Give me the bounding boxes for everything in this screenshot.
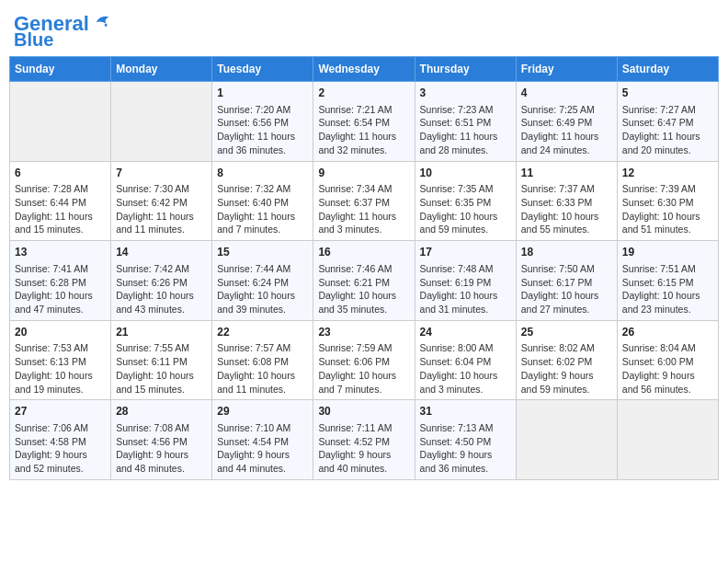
header: General Blue <box>9 9 719 49</box>
day-number: 21 <box>116 325 207 340</box>
day-number: 14 <box>116 245 207 260</box>
day-info: Sunrise: 7:32 AMSunset: 6:40 PMDaylight:… <box>217 182 308 236</box>
day-info: Sunrise: 7:55 AMSunset: 6:11 PMDaylight:… <box>116 341 207 396</box>
day-number: 28 <box>116 404 207 419</box>
calendar-body: 1Sunrise: 7:20 AMSunset: 6:56 PMDaylight… <box>10 82 719 480</box>
calendar-cell: 13Sunrise: 7:41 AMSunset: 6:28 PMDayligh… <box>10 241 111 321</box>
calendar-cell: 24Sunrise: 8:00 AMSunset: 6:04 PMDayligh… <box>415 320 516 400</box>
day-info: Sunrise: 7:10 AMSunset: 4:54 PMDaylight:… <box>217 421 308 476</box>
day-number: 24 <box>420 325 511 340</box>
day-info: Sunrise: 7:39 AMSunset: 6:30 PMDaylight:… <box>622 182 713 236</box>
calendar-cell <box>516 400 617 480</box>
header-tuesday: Tuesday <box>212 57 313 82</box>
day-number: 22 <box>217 325 308 340</box>
day-number: 10 <box>420 166 511 181</box>
day-number: 13 <box>15 245 106 260</box>
day-number: 9 <box>318 166 409 181</box>
day-info: Sunrise: 7:44 AMSunset: 6:24 PMDaylight:… <box>217 262 308 316</box>
day-number: 3 <box>420 86 511 101</box>
day-number: 16 <box>318 245 409 260</box>
day-number: 6 <box>15 166 106 181</box>
calendar-cell: 5Sunrise: 7:27 AMSunset: 6:47 PMDaylight… <box>617 82 718 162</box>
day-number: 29 <box>217 404 308 419</box>
calendar-cell: 11Sunrise: 7:37 AMSunset: 6:33 PMDayligh… <box>516 161 617 241</box>
day-number: 26 <box>622 325 713 340</box>
calendar-cell: 29Sunrise: 7:10 AMSunset: 4:54 PMDayligh… <box>212 400 313 480</box>
calendar-cell: 10Sunrise: 7:35 AMSunset: 6:35 PMDayligh… <box>415 161 516 241</box>
calendar-cell: 7Sunrise: 7:30 AMSunset: 6:42 PMDaylight… <box>111 161 212 241</box>
day-info: Sunrise: 7:53 AMSunset: 6:13 PMDaylight:… <box>15 341 106 396</box>
calendar-cell: 8Sunrise: 7:32 AMSunset: 6:40 PMDaylight… <box>212 161 313 241</box>
header-friday: Friday <box>516 57 617 82</box>
logo: General Blue <box>14 14 111 49</box>
calendar-cell: 19Sunrise: 7:51 AMSunset: 6:15 PMDayligh… <box>617 241 718 321</box>
calendar-cell: 23Sunrise: 7:59 AMSunset: 6:06 PMDayligh… <box>313 320 415 400</box>
day-info: Sunrise: 7:51 AMSunset: 6:15 PMDaylight:… <box>622 262 713 316</box>
day-info: Sunrise: 7:41 AMSunset: 6:28 PMDaylight:… <box>15 262 106 316</box>
calendar-cell <box>10 82 111 162</box>
day-info: Sunrise: 8:04 AMSunset: 6:00 PMDaylight:… <box>622 341 713 396</box>
week-row-1: 1Sunrise: 7:20 AMSunset: 6:56 PMDaylight… <box>10 82 719 162</box>
day-info: Sunrise: 7:42 AMSunset: 6:26 PMDaylight:… <box>116 262 207 316</box>
calendar-cell: 17Sunrise: 7:48 AMSunset: 6:19 PMDayligh… <box>415 241 516 321</box>
day-number: 12 <box>622 166 713 181</box>
day-info: Sunrise: 7:08 AMSunset: 4:56 PMDaylight:… <box>116 421 207 476</box>
day-number: 19 <box>622 245 713 260</box>
day-number: 5 <box>622 86 713 101</box>
calendar-cell: 16Sunrise: 7:46 AMSunset: 6:21 PMDayligh… <box>313 241 415 321</box>
day-info: Sunrise: 8:02 AMSunset: 6:02 PMDaylight:… <box>521 341 612 396</box>
calendar-cell: 9Sunrise: 7:34 AMSunset: 6:37 PMDaylight… <box>313 161 415 241</box>
day-info: Sunrise: 7:28 AMSunset: 6:44 PMDaylight:… <box>15 182 106 236</box>
day-info: Sunrise: 7:35 AMSunset: 6:35 PMDaylight:… <box>420 182 511 236</box>
day-info: Sunrise: 7:50 AMSunset: 6:17 PMDaylight:… <box>521 262 612 316</box>
header-thursday: Thursday <box>415 57 516 82</box>
calendar-cell: 6Sunrise: 7:28 AMSunset: 6:44 PMDaylight… <box>10 161 111 241</box>
calendar-cell: 28Sunrise: 7:08 AMSunset: 4:56 PMDayligh… <box>111 400 212 480</box>
day-info: Sunrise: 8:00 AMSunset: 6:04 PMDaylight:… <box>420 341 511 396</box>
calendar-cell: 27Sunrise: 7:06 AMSunset: 4:58 PMDayligh… <box>10 400 111 480</box>
calendar-cell: 12Sunrise: 7:39 AMSunset: 6:30 PMDayligh… <box>617 161 718 241</box>
day-number: 17 <box>420 245 511 260</box>
calendar-cell: 21Sunrise: 7:55 AMSunset: 6:11 PMDayligh… <box>111 320 212 400</box>
day-info: Sunrise: 7:27 AMSunset: 6:47 PMDaylight:… <box>622 103 713 157</box>
week-row-3: 13Sunrise: 7:41 AMSunset: 6:28 PMDayligh… <box>10 241 719 321</box>
day-number: 30 <box>318 404 409 419</box>
day-number: 15 <box>217 245 308 260</box>
calendar-cell: 22Sunrise: 7:57 AMSunset: 6:08 PMDayligh… <box>212 320 313 400</box>
day-number: 11 <box>521 166 612 181</box>
day-number: 25 <box>521 325 612 340</box>
calendar-cell <box>111 82 212 162</box>
logo-bird-icon <box>91 12 111 32</box>
header-sunday: Sunday <box>10 57 111 82</box>
day-info: Sunrise: 7:57 AMSunset: 6:08 PMDaylight:… <box>217 341 308 396</box>
calendar-cell: 31Sunrise: 7:13 AMSunset: 4:50 PMDayligh… <box>415 400 516 480</box>
calendar-cell: 1Sunrise: 7:20 AMSunset: 6:56 PMDaylight… <box>212 82 313 162</box>
day-number: 20 <box>15 325 106 340</box>
day-info: Sunrise: 7:30 AMSunset: 6:42 PMDaylight:… <box>116 182 207 236</box>
calendar-cell: 30Sunrise: 7:11 AMSunset: 4:52 PMDayligh… <box>313 400 415 480</box>
calendar-cell: 26Sunrise: 8:04 AMSunset: 6:00 PMDayligh… <box>617 320 718 400</box>
day-number: 4 <box>521 86 612 101</box>
header-row: SundayMondayTuesdayWednesdayThursdayFrid… <box>10 57 719 82</box>
calendar-cell: 2Sunrise: 7:21 AMSunset: 6:54 PMDaylight… <box>313 82 415 162</box>
day-info: Sunrise: 7:37 AMSunset: 6:33 PMDaylight:… <box>521 182 612 236</box>
week-row-2: 6Sunrise: 7:28 AMSunset: 6:44 PMDaylight… <box>10 161 719 241</box>
calendar-cell <box>617 400 718 480</box>
calendar-cell: 4Sunrise: 7:25 AMSunset: 6:49 PMDaylight… <box>516 82 617 162</box>
calendar-table: SundayMondayTuesdayWednesdayThursdayFrid… <box>9 56 719 480</box>
day-info: Sunrise: 7:34 AMSunset: 6:37 PMDaylight:… <box>318 182 409 236</box>
day-info: Sunrise: 7:06 AMSunset: 4:58 PMDaylight:… <box>15 421 106 476</box>
calendar-cell: 25Sunrise: 8:02 AMSunset: 6:02 PMDayligh… <box>516 320 617 400</box>
day-info: Sunrise: 7:21 AMSunset: 6:54 PMDaylight:… <box>318 103 409 157</box>
day-info: Sunrise: 7:59 AMSunset: 6:06 PMDaylight:… <box>318 341 409 396</box>
header-saturday: Saturday <box>617 57 718 82</box>
week-row-4: 20Sunrise: 7:53 AMSunset: 6:13 PMDayligh… <box>10 320 719 400</box>
day-info: Sunrise: 7:23 AMSunset: 6:51 PMDaylight:… <box>420 103 511 157</box>
day-info: Sunrise: 7:20 AMSunset: 6:56 PMDaylight:… <box>217 103 308 157</box>
header-wednesday: Wednesday <box>313 57 415 82</box>
calendar-cell: 3Sunrise: 7:23 AMSunset: 6:51 PMDaylight… <box>415 82 516 162</box>
day-number: 7 <box>116 166 207 181</box>
day-info: Sunrise: 7:13 AMSunset: 4:50 PMDaylight:… <box>420 421 511 476</box>
day-number: 23 <box>318 325 409 340</box>
calendar-cell: 14Sunrise: 7:42 AMSunset: 6:26 PMDayligh… <box>111 241 212 321</box>
